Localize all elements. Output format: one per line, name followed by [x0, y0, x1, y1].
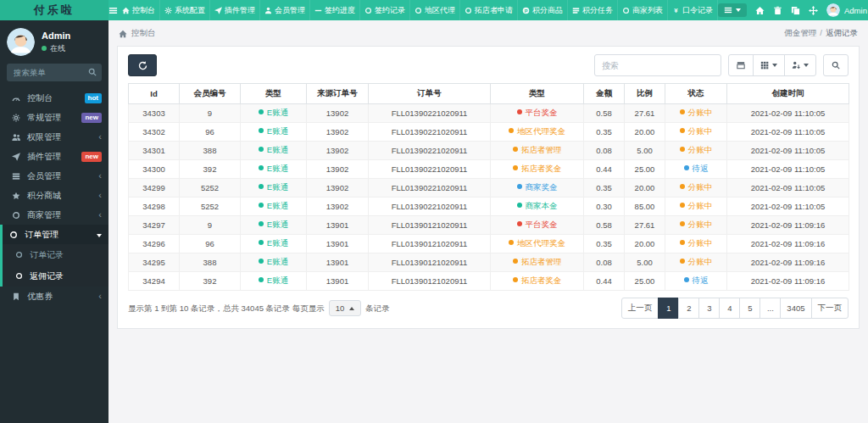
status-dot-icon: [513, 259, 518, 264]
topbar-menu-item[interactable]: 插件管理: [210, 0, 260, 20]
column-header[interactable]: 金额: [584, 84, 625, 104]
status-dot-icon: [680, 184, 685, 189]
cell: E账通: [241, 179, 307, 198]
circle-icon: [14, 272, 24, 280]
column-header[interactable]: 类型: [491, 84, 584, 104]
sidebar-item-label: 会员管理: [27, 170, 61, 182]
card-view-icon: [737, 61, 745, 70]
breadcrumb-current[interactable]: 返佣记录: [826, 28, 858, 37]
export-button[interactable]: [784, 54, 816, 76]
table-row[interactable]: 3430296E账通13902FLL01390221020911地区代理奖金0.…: [129, 123, 849, 142]
menu-item-label: 会员管理: [275, 5, 305, 16]
trash-icon[interactable]: [773, 6, 782, 15]
table-row[interactable]: 34295388E账通13901FLL01390121020911拓店者管理0.…: [129, 253, 849, 272]
page-button-4[interactable]: 4: [719, 298, 740, 319]
sidebar-item-插件管理[interactable]: 插件管理new: [3, 147, 108, 166]
home-icon[interactable]: [755, 6, 765, 15]
topbar-menu-item[interactable]: P积分商品: [518, 0, 568, 20]
app-logo[interactable]: 付乐啦: [0, 0, 108, 20]
topbar-menu-item[interactable]: 系统配置: [160, 0, 210, 20]
topbar-menu-item[interactable]: 签约进度: [310, 0, 360, 20]
topbar-menu-item[interactable]: 会员管理: [260, 0, 310, 20]
page-size-select[interactable]: 10: [329, 300, 362, 316]
sidebar-item-权限管理[interactable]: 权限管理‹: [3, 127, 108, 147]
pcircle-icon: P: [522, 7, 530, 14]
page-button-上一页[interactable]: 上一页: [621, 298, 659, 319]
cell-member: 5252: [180, 198, 241, 216]
sidebar-item-label: 订单管理: [25, 229, 58, 241]
sidebar-group: 权限管理‹: [0, 127, 108, 147]
table-row[interactable]: 34300392E账通13902FLL01390221020911拓店者奖金0.…: [129, 160, 849, 179]
page-button-下一页[interactable]: 下一页: [811, 298, 849, 319]
status-dot-icon: [259, 221, 264, 226]
table-row[interactable]: 342995252E账通13902FLL01390221020911商家奖金0.…: [129, 179, 849, 198]
status-dot-icon: [680, 128, 685, 133]
fullscreen-icon[interactable]: [809, 6, 818, 15]
circle-icon: [465, 7, 472, 14]
breadcrumb-parent[interactable]: 佣金管理: [784, 28, 816, 37]
page-button-5[interactable]: 5: [739, 298, 760, 319]
column-header[interactable]: 状态: [665, 84, 727, 104]
topbar-menu-item[interactable]: 签约记录: [360, 0, 410, 20]
chevron-left-icon: ‹: [98, 191, 102, 200]
page-button-1[interactable]: 1: [658, 298, 679, 319]
cell-id: 34300: [129, 160, 180, 179]
sidebar-item-会员管理[interactable]: 会员管理‹: [3, 166, 108, 186]
topbar-menu-item[interactable]: 地区代理: [410, 0, 460, 20]
page-button-...[interactable]: ...: [760, 298, 781, 319]
topbar-menu-item[interactable]: 商家列表: [618, 0, 668, 20]
sidebar-username: Admin: [42, 31, 70, 41]
cell-source: 13902: [307, 104, 369, 123]
table-row[interactable]: 342979E账通13901FLL01390121020911平台奖金0.582…: [129, 216, 849, 235]
table-row[interactable]: 34294392E账通13901FLL01390121020911拓店者奖金0.…: [129, 272, 849, 291]
table-row[interactable]: 34301388E账通13902FLL01390221020911拓店者管理0.…: [129, 142, 849, 160]
table-search-input[interactable]: [594, 54, 721, 76]
clear-cache-icon[interactable]: [791, 6, 800, 15]
cell-created: 2021-02-09 11:10:05: [727, 198, 849, 216]
page-button-2[interactable]: 2: [678, 298, 699, 319]
status-dot-icon: [684, 165, 689, 170]
column-header[interactable]: 创建时间: [727, 84, 849, 104]
sidebar-item-优惠券[interactable]: 优惠券‹: [3, 287, 108, 306]
column-header[interactable]: 比例: [625, 84, 665, 104]
sidebar-subitem-返佣记录[interactable]: 返佣记录: [3, 265, 108, 287]
table-row[interactable]: 343039E账通13902FLL01390221020911平台奖金0.582…: [129, 104, 849, 123]
sidebar-item-常规管理[interactable]: 常规管理new: [3, 108, 108, 127]
cell-amount: 0.58: [584, 104, 625, 123]
cell-source: 13901: [307, 272, 369, 291]
sidebar-item-控制台[interactable]: 控制台hot: [3, 88, 108, 108]
column-header[interactable]: 来源订单号: [307, 84, 369, 104]
avatar[interactable]: [7, 28, 35, 56]
sidebar-item-积分商城[interactable]: 积分商城‹: [3, 186, 108, 205]
sidebar-group: 插件管理new: [0, 147, 108, 166]
cell: 分账中: [665, 253, 727, 272]
column-header[interactable]: 会员编号: [180, 84, 241, 104]
topbar-menu-item[interactable]: 控制台: [118, 0, 160, 20]
breadcrumb-left[interactable]: 控制台: [131, 28, 156, 39]
column-header[interactable]: Id: [129, 84, 180, 104]
cell: 平台奖金: [491, 216, 584, 235]
table-row[interactable]: 342985252E账通13902FLL01390221020911商家本金0.…: [129, 198, 849, 216]
sidebar-item-商家管理[interactable]: 商家管理‹: [3, 205, 108, 225]
topbar-menu-item[interactable]: 积分任务: [568, 0, 618, 20]
topbar-menu-item[interactable]: 拓店者申请: [460, 0, 518, 20]
cell: 商家本金: [491, 198, 584, 216]
refresh-button[interactable]: [128, 54, 157, 76]
sidebar-search: [7, 64, 102, 81]
columns-button[interactable]: [753, 54, 785, 76]
sidebar-item-订单管理[interactable]: 订单管理: [3, 225, 108, 244]
column-header[interactable]: 类型: [241, 84, 307, 104]
toggle-view-button[interactable]: [728, 54, 754, 76]
user-menu[interactable]: Admin: [826, 3, 867, 17]
page-button-3[interactable]: 3: [698, 298, 720, 319]
column-header[interactable]: 订单号: [369, 84, 491, 104]
advanced-search-button[interactable]: [823, 54, 849, 76]
bars-icon: [724, 6, 732, 14]
page-button-3405[interactable]: 3405: [780, 298, 811, 319]
table-row[interactable]: 3429696E账通13901FLL01390121020911地区代理奖金0.…: [129, 235, 849, 253]
nav-more-dropdown[interactable]: [718, 3, 747, 17]
topbar-menu-item[interactable]: ¥口令记录: [668, 0, 718, 20]
sidebar-toggle-button[interactable]: [108, 0, 118, 20]
cell-created: 2021-02-09 11:10:05: [727, 160, 849, 179]
sidebar-subitem-订单记录[interactable]: 订单记录: [3, 244, 108, 265]
